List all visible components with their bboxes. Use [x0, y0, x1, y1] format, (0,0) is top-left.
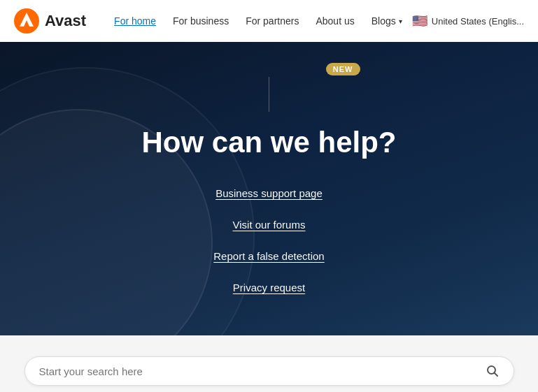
divider-line: [269, 77, 269, 112]
chevron-down-icon: ▾: [399, 17, 402, 25]
main-nav: For home For business For partners About…: [114, 15, 412, 27]
us-flag-icon: 🇺🇸: [412, 15, 427, 27]
nav-blogs-label[interactable]: Blogs: [371, 15, 396, 27]
search-input[interactable]: [39, 365, 486, 377]
hero-link-forums[interactable]: Visit our forums: [233, 219, 306, 231]
hero-title: How can we help?: [141, 126, 396, 159]
hero-section: NEW How can we help? Business support pa…: [0, 42, 538, 335]
avast-logo-icon: [14, 8, 39, 34]
search-button[interactable]: [486, 364, 500, 378]
hero-link-business-support[interactable]: Business support page: [215, 187, 323, 199]
hero-link-privacy[interactable]: Privacy request: [233, 282, 305, 293]
nav-business[interactable]: For business: [173, 15, 229, 27]
nav-blogs-dropdown[interactable]: Blogs ▾: [371, 15, 402, 27]
search-icon: [486, 364, 500, 378]
nav-home[interactable]: For home: [114, 15, 156, 27]
svg-point-0: [14, 8, 39, 34]
new-badge: NEW: [326, 63, 360, 75]
search-bar: [24, 356, 514, 386]
locale-label: United States (Englis...: [432, 16, 524, 27]
search-section: [0, 335, 538, 392]
logo-text: Avast: [45, 12, 86, 30]
hero-link-false-detection[interactable]: Report a false detection: [213, 250, 324, 262]
hero-links: Business support page Visit our forums R…: [213, 187, 324, 293]
locale-selector[interactable]: 🇺🇸 United States (Englis...: [412, 15, 524, 27]
nav-about[interactable]: About us: [316, 15, 354, 27]
site-header: Avast For home For business For partners…: [0, 0, 538, 42]
nav-partners[interactable]: For partners: [246, 15, 299, 27]
svg-line-2: [494, 373, 497, 377]
logo-area[interactable]: Avast: [14, 8, 86, 34]
